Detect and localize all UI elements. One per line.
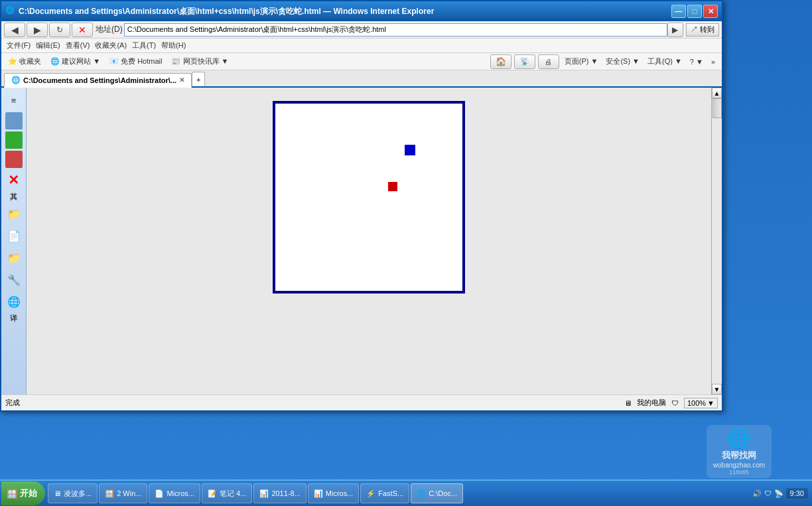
sidebar-icon-doc[interactable]: 📄 — [4, 226, 24, 246]
taskbar-item-3[interactable]: 📄 Micros... — [149, 483, 200, 503]
taskbar-item-4[interactable]: 📝 笔记 4... — [202, 483, 252, 503]
snake-head — [405, 145, 415, 155]
scroll-up-arrow[interactable]: ▲ — [712, 88, 722, 98]
clock: 9:30 — [786, 488, 808, 499]
scroll-down-arrow[interactable]: ▼ — [712, 384, 722, 394]
safety-menu[interactable]: 安全(S) ▼ — [603, 55, 642, 68]
taskbar-item-5[interactable]: 📊 2011-8... — [253, 483, 306, 503]
bookmarks-hotmail[interactable]: 📧 免费 Hotmail — [107, 55, 165, 68]
taskbar-items: 🖥 凌波多... 🪟 2 Win... 📄 Micros... 📝 笔记 4..… — [48, 483, 748, 503]
refresh-button[interactable]: ↻ — [49, 23, 70, 37]
tab-close-button[interactable]: ✕ — [179, 76, 184, 84]
sidebar-icon-1[interactable]: ≡ — [4, 90, 24, 110]
tray-icon-sound: 🔊 — [752, 489, 762, 498]
status-right: 🖥 我的电脑 🛡 100% ▼ — [624, 398, 718, 408]
go-button[interactable]: ↗ 转到 — [686, 23, 719, 37]
menu-edit[interactable]: 编辑(E) — [33, 39, 63, 52]
menu-favorites[interactable]: 收藏夹(A) — [92, 39, 129, 52]
help-menu[interactable]: ? ▼ — [687, 56, 706, 67]
left-panel: ≡ ✕ 其 📁 📄 📁 🔧 🌐 详 — [1, 88, 27, 394]
page-menu[interactable]: 页面(P) ▼ — [562, 55, 601, 68]
go-button-nav[interactable]: ▶ — [667, 23, 683, 37]
zoom-value: 100% — [687, 399, 706, 407]
zoom-control[interactable]: 100% ▼ — [684, 398, 718, 408]
bookmarks-bar: ⭐ 收藏夹 🌐 建议网站 ▼ 📧 免费 Hotmail 📰 网页快讯库 ▼ 🏠 … — [1, 53, 722, 70]
active-tab[interactable]: 🌐 C:\Documents and Settings\Administrato… — [4, 73, 192, 88]
minimize-button[interactable]: — — [671, 5, 686, 18]
watermark-position: 118x65 — [713, 469, 765, 475]
taskbar-item-6[interactable]: 📊 Micros... — [308, 483, 360, 503]
title-bar-buttons: — □ ✕ — [671, 5, 718, 18]
taskbar-right: 🔊 🛡 📡 9:30 — [748, 488, 812, 499]
sidebar-close-icon[interactable]: ✕ — [4, 170, 24, 190]
bookmarks-suggestions[interactable]: 🌐 建议网站 ▼ — [48, 55, 103, 68]
tab-icon: 🌐 — [11, 76, 21, 84]
taskbar-item-7[interactable]: ⚡ FastS... — [360, 483, 409, 503]
new-tab-button[interactable]: + — [192, 72, 205, 86]
watermark-globe: 🌐 — [713, 428, 765, 450]
watermark: 🌐 我帮找网 wobangzhao.com 118x65 — [673, 425, 805, 478]
back-button[interactable]: ◀ — [4, 23, 25, 37]
sidebar-icon-tools[interactable]: 🔧 — [4, 270, 24, 290]
sidebar-icon-web[interactable]: 🌐 — [4, 292, 24, 311]
menu-bar: ◀ ▶ ↻ ✕ 地址(D) ▶ ↗ 转到 — [1, 21, 722, 39]
bookmarks-folder[interactable]: ⭐ 收藏夹 — [5, 55, 44, 68]
tab-bar: 🌐 C:\Documents and Settings\Administrato… — [1, 70, 722, 88]
tab-label: C:\Documents and Settings\Administrator\… — [23, 76, 176, 84]
start-button[interactable]: 🪟 开始 — [1, 481, 45, 505]
bookmarks-rss[interactable]: 📰 网页快讯库 ▼ — [169, 55, 231, 68]
rss-button[interactable]: 📡 — [514, 54, 535, 69]
desktop: 🌐 C:\Documents and Settings\Administrato… — [0, 0, 812, 506]
ie-window: 🌐 C:\Documents and Settings\Administrato… — [0, 0, 723, 412]
sidebar-label-detail: 详 — [10, 313, 17, 323]
taskbar-item-8[interactable]: 🌐 C:\Doc... — [411, 483, 463, 503]
scroll-track[interactable] — [712, 98, 722, 384]
stop-button[interactable]: ✕ — [72, 23, 93, 37]
sidebar-icon-2[interactable] — [5, 112, 23, 129]
expand-btn[interactable]: » — [709, 56, 718, 67]
food-item — [388, 182, 397, 191]
maximize-button[interactable]: □ — [687, 5, 702, 18]
vertical-scrollbar[interactable]: ▲ ▼ — [711, 88, 722, 394]
snake-game-canvas — [273, 101, 465, 294]
windows-logo: 🪟 — [7, 489, 17, 499]
start-label: 开始 — [20, 487, 37, 499]
sidebar-icon-folder2[interactable]: 📁 — [4, 248, 24, 268]
tools-menu[interactable]: 工具(Q) ▼ — [645, 55, 685, 68]
menu-view[interactable]: 查看(V) — [63, 39, 93, 52]
menu-help[interactable]: 帮助(H) — [159, 39, 188, 52]
shield-icon: 🛡 — [671, 399, 679, 407]
sidebar-icon-3[interactable] — [5, 131, 23, 149]
zoom-dropdown-icon[interactable]: ▼ — [707, 399, 714, 407]
status-text: 完成 — [5, 398, 624, 408]
page-content — [27, 88, 711, 394]
nav-buttons: ◀ ▶ ↻ ✕ — [4, 23, 93, 37]
menu-tools[interactable]: 工具(T) — [129, 39, 159, 52]
status-bar: 完成 🖥 我的电脑 🛡 100% ▼ — [1, 394, 722, 410]
file-menu-bar: 文件(F) 编辑(E) 查看(V) 收藏夹(A) 工具(T) 帮助(H) — [1, 39, 722, 53]
security-label: 我的电脑 — [637, 398, 666, 408]
address-input[interactable] — [124, 23, 667, 37]
close-button[interactable]: ✕ — [703, 5, 718, 18]
sidebar-label-other: 其 — [10, 192, 17, 202]
sidebar-icon-4[interactable] — [5, 151, 23, 168]
address-label: 地址(D) — [96, 24, 123, 35]
menu-file[interactable]: 文件(F) — [4, 39, 33, 52]
tray-icon-shield: 🛡 — [764, 489, 772, 497]
taskbar-item-1[interactable]: 🖥 凌波多... — [48, 483, 98, 503]
print-button[interactable]: 🖨 — [538, 54, 559, 69]
ie-icon: 🌐 — [5, 6, 16, 17]
window-title: C:\Documents and Settings\Administrator\… — [19, 6, 671, 17]
watermark-url: wobangzhao.com — [713, 462, 765, 469]
sidebar-icon-folder1[interactable]: 📁 — [4, 204, 24, 224]
tray-icon-network: 📡 — [774, 489, 783, 498]
scroll-thumb[interactable] — [712, 98, 722, 118]
security-icon: 🖥 — [624, 399, 632, 407]
taskbar: 🪟 开始 🖥 凌波多... 🪟 2 Win... 📄 Micros... 📝 笔… — [0, 479, 812, 506]
main-content: ≡ ✕ 其 📁 📄 📁 🔧 🌐 详 — [1, 88, 722, 394]
home-button[interactable]: 🏠 — [490, 54, 511, 69]
forward-button[interactable]: ▶ — [27, 23, 48, 37]
taskbar-item-2[interactable]: 🪟 2 Win... — [99, 483, 147, 503]
watermark-text: 我帮找网 — [713, 450, 765, 462]
title-bar: 🌐 C:\Documents and Settings\Administrato… — [1, 1, 722, 21]
